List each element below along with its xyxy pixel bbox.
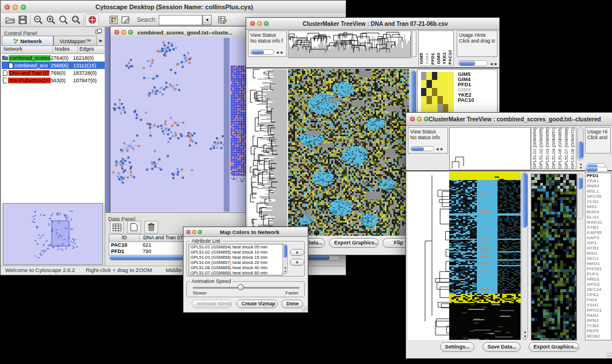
create-vizmap-button[interactable]: Create Vizmap [236,300,278,308]
annotation-icon[interactable] [120,14,132,26]
view-status-message: No status info [410,135,440,140]
network-canvas[interactable] [110,38,253,212]
dialog-titlebar[interactable]: Map Colors to Network [183,227,308,237]
scroll-left-icon[interactable]: ◀ [436,147,439,151]
window-controls[interactable] [1,5,26,10]
col-network[interactable]: Network [2,46,53,53]
view-status-title: View Status [410,129,436,135]
scroll-left-icon[interactable]: ◀ [276,51,279,54]
zoom-icon[interactable] [21,5,26,10]
scroll-down-icon[interactable]: ▼ [284,270,287,273]
birdseye-view[interactable] [3,203,103,265]
minimize-icon[interactable] [13,5,18,10]
float-panel-icon[interactable] [95,29,102,35]
scroll-down-icon[interactable]: ▼ [523,335,527,338]
list-item: MON2 [586,334,611,339]
main-titlebar[interactable]: Cytoscape Desktop (Session Name: collins… [1,1,346,14]
heatmap-vscrollbar[interactable]: ▲ ▼ [521,172,528,340]
column-dendrogram-canvas[interactable] [288,30,411,58]
export-graphics-button[interactable]: Export Graphics... [329,238,378,248]
table-mode-icon[interactable] [110,221,124,233]
help-lifesaver-icon[interactable] [85,14,99,26]
export-graphics-button[interactable]: Export Graphics... [529,342,579,352]
view-status-scrollbar[interactable] [250,49,274,55]
close-icon[interactable] [186,230,190,234]
tab-network[interactable]: Network [2,36,53,45]
zoom-fit-icon[interactable] [57,14,70,26]
view-status-scrollbar[interactable] [410,146,434,151]
overview-vscrollbar[interactable] [577,174,583,220]
gene-list-hscrollbar[interactable] [585,167,608,172]
close-icon[interactable] [5,5,10,10]
move-up-button[interactable]: ∧ [290,249,304,256]
minimize-icon[interactable] [192,230,196,234]
view-status-message: No status info f [250,38,283,44]
overview-heatmap-canvas[interactable] [531,174,577,340]
delete-attribute-trash-icon[interactable] [144,221,158,233]
column-dendrogram-canvas[interactable] [449,127,531,170]
col-nodes[interactable]: Nodes [53,46,78,53]
col-id[interactable]: ID [109,235,140,242]
column-labels-vscrollbar[interactable] [577,127,584,160]
zoom-selected-icon[interactable] [70,14,82,26]
close-icon[interactable] [250,21,255,26]
vizmapper-icon[interactable] [107,14,120,26]
heatmap-canvas[interactable] [288,69,409,236]
speed-slider-thumb[interactable] [238,284,244,290]
treeview1-titlebar[interactable]: ClusterMaker TreeView : DNA and Tran 07-… [246,18,499,30]
network-table: Network Nodes Edges combined_scores 2764… [2,45,105,204]
list-item: MSL1 [586,189,611,194]
move-down-button[interactable]: ∨ [290,259,304,266]
search-input[interactable] [159,15,202,25]
scroll-left-icon[interactable]: ◀ [490,62,493,66]
table-row[interactable]: RNAPuberNov2+I 563(0) 107847(0) [2,76,105,84]
scroll-up-icon[interactable]: ▲ [284,266,287,269]
scroll-right-icon[interactable]: ▶ [441,147,443,151]
save-data-button[interactable]: Save Data... [483,342,521,352]
column-label: PAC10 [447,50,453,64]
row-dendrogram-canvas[interactable] [408,172,449,340]
table-row-selected[interactable]: combined_sco 2569(6) 13112(15) [2,62,105,69]
table-row[interactable]: DNA and Tran 07 769(0) 183728(0) [2,69,105,76]
open-folder-icon[interactable] [3,14,16,26]
scroll-up-icon[interactable]: ▲ [523,330,527,334]
table-row[interactable]: combined_scores 2764(0) 16218(0) [2,54,105,62]
resize-grip[interactable] [606,351,612,358]
minimize-icon[interactable] [257,21,262,26]
treeview2-titlebar[interactable]: ClusterMaker TreeView : combined_scores_… [406,113,612,126]
col-edges[interactable]: Edges [78,46,105,53]
attribute-list-vscrollbar[interactable]: ▲ ▼ [282,244,288,274]
tab-vizmapper[interactable]: VizMapper™ [53,36,97,45]
new-attribute-icon[interactable] [127,221,141,233]
close-icon[interactable] [114,30,119,35]
usage-hints-scrollbar[interactable] [458,60,488,66]
speed-slider-track[interactable] [193,287,300,289]
animation-speed-label: Animation Speed [190,278,233,284]
tab-overflow-button[interactable]: ▶ [97,36,105,45]
zoom-icon[interactable] [424,117,429,121]
scroll-up-icon[interactable]: ▲ [579,162,583,166]
done-button[interactable]: Done [281,300,303,308]
settings-button[interactable]: Settings... [440,342,475,352]
save-icon[interactable] [16,14,29,26]
resize-grip[interactable] [301,305,307,312]
scroll-down-icon[interactable]: ▼ [579,166,583,170]
zoom-icon[interactable] [264,21,269,26]
attribute-list[interactable]: GPL51-01 (GSM854) heat shock 05 minGPL51… [189,244,283,275]
zoom-icon[interactable] [198,230,202,234]
close-icon[interactable] [410,117,415,121]
heatmap-canvas[interactable] [449,172,521,340]
splitter[interactable] [412,30,416,57]
network-window-titlebar[interactable]: combined_scores_good.txt--cluste... [110,26,254,39]
scroll-right-icon[interactable]: ▶ [281,51,284,54]
animate-vizmap-button[interactable]: Animate Vizmap [192,300,232,308]
minimize-icon[interactable] [417,117,422,121]
attribute-browser-icon[interactable] [216,14,229,26]
zoom-icon[interactable] [128,30,133,35]
zoom-in-icon[interactable] [44,14,57,26]
search-dropdown-button[interactable]: ▼ [202,15,212,25]
minimize-icon[interactable] [121,30,126,35]
scroll-right-icon[interactable]: ▶ [495,62,498,66]
zoom-out-icon[interactable] [32,14,44,26]
row-dendrogram-canvas[interactable] [248,69,287,236]
